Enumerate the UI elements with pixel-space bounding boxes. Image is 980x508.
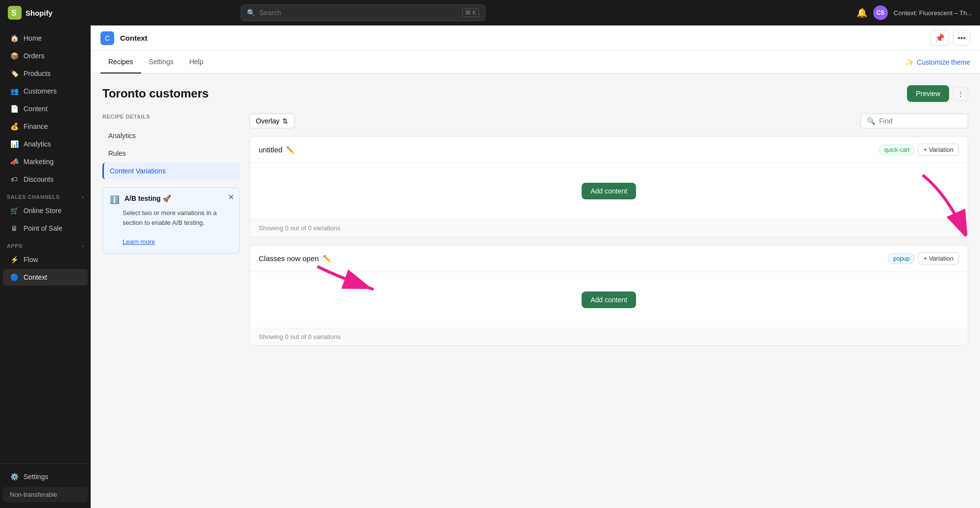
sidebar-item-label: Home xyxy=(24,34,42,42)
tab-help[interactable]: Help xyxy=(181,51,211,73)
more-options-button[interactable]: ⋮ xyxy=(953,87,968,101)
sidebar-item-label: Flow xyxy=(24,256,38,264)
sidebar-item-finance[interactable]: 💰 Finance xyxy=(3,118,88,135)
variation-footer-classes: Showing 0 out of 0 variations xyxy=(250,328,968,345)
page-header-right: Preview ⋮ xyxy=(907,85,968,102)
main-layout: 🏠 Home 📦 Orders 🏷️ Products 👥 Customers … xyxy=(0,25,980,508)
search-shortcut: ⌘ K xyxy=(462,8,479,17)
analytics-icon: 📊 xyxy=(10,140,19,148)
learn-more-link[interactable]: Learn more xyxy=(122,238,155,245)
sidebar-item-products[interactable]: 🏷️ Products xyxy=(3,65,88,82)
add-content-button-classes[interactable]: Add content xyxy=(582,291,636,308)
recipe-controls: Overlay ⇅ 🔍 xyxy=(249,114,968,128)
sidebar-item-customers[interactable]: 👥 Customers xyxy=(3,83,88,99)
recipe-nav-rules[interactable]: Rules xyxy=(102,145,240,162)
sidebar-item-settings[interactable]: ⚙️ Settings xyxy=(3,468,88,485)
customize-theme-button[interactable]: ✨ Customize theme xyxy=(906,58,970,66)
app-icon: C xyxy=(100,31,114,45)
preview-button[interactable]: Preview xyxy=(907,85,949,102)
variation-header-classes: Classes now open ✏️ popup + Variation xyxy=(250,245,968,272)
store-icon: 🛒 xyxy=(10,206,19,215)
sidebar-item-label: Customers xyxy=(24,87,57,95)
sidebar-item-content[interactable]: 📄 Content xyxy=(3,100,88,117)
main-content: C Context 📌 ••• Recipes Settings Help ✨ … xyxy=(91,25,980,508)
topbar-right: 🔔 CS Context: Fluorescent – Th... xyxy=(857,5,972,20)
chevron-icon: › xyxy=(82,243,84,249)
flow-icon: ⚡ xyxy=(10,255,19,264)
variation-header-untitled: untitled ✏️ quick-cart + Variation xyxy=(250,137,968,163)
overlay-select[interactable]: Overlay ⇅ xyxy=(249,114,294,128)
avatar[interactable]: CS xyxy=(873,5,888,20)
sidebar-item-marketing[interactable]: 📣 Marketing xyxy=(3,153,88,170)
ab-testing-card: ✕ ℹ️ A/B testing 🚀 Select two or more va… xyxy=(102,187,240,254)
nav-tabs: Recipes Settings Help ✨ Customize theme xyxy=(91,51,980,73)
marketing-icon: 📣 xyxy=(10,157,19,166)
discounts-icon: 🏷 xyxy=(10,175,19,184)
variation-title-classes: Classes now open ✏️ xyxy=(259,254,331,263)
variation-body-untitled: Add content xyxy=(250,163,968,219)
tag-popup: popup xyxy=(888,253,915,264)
sidebar-item-point-of-sale[interactable]: 🖥 Point of Sale xyxy=(3,220,88,237)
tab-settings[interactable]: Settings xyxy=(141,51,182,73)
sidebar-item-analytics[interactable]: 📊 Analytics xyxy=(3,136,88,152)
sidebar-item-label: Orders xyxy=(24,52,45,60)
sidebar-item-discounts[interactable]: 🏷 Discounts xyxy=(3,171,88,188)
sidebar-item-label: Products xyxy=(24,70,50,77)
shopify-logo[interactable]: S shopify xyxy=(8,6,52,20)
info-icon: ℹ️ xyxy=(110,195,120,204)
sidebar: 🏠 Home 📦 Orders 🏷️ Products 👥 Customers … xyxy=(0,25,91,508)
find-input-container: 🔍 xyxy=(860,114,968,128)
notification-bell-icon[interactable]: 🔔 xyxy=(857,7,867,18)
page-title: Toronto customers xyxy=(102,87,209,100)
sidebar-item-orders[interactable]: 📦 Orders xyxy=(3,48,88,64)
sidebar-item-label: Context xyxy=(24,273,47,281)
topbar: S shopify 🔍 ⌘ K 🔔 CS Context: Fluorescen… xyxy=(0,0,980,25)
settings-icon: ⚙️ xyxy=(10,472,19,481)
pin-button[interactable]: 📌 xyxy=(931,30,949,46)
app-header-actions: 📌 ••• xyxy=(931,30,970,46)
content-icon: 📄 xyxy=(10,104,19,113)
customers-icon: 👥 xyxy=(10,87,19,96)
app-title: Context xyxy=(120,34,147,42)
orders-icon: 📦 xyxy=(10,51,19,60)
user-label: Context: Fluorescent – Th... xyxy=(894,9,972,17)
chevron-icon: › xyxy=(82,194,84,200)
sidebar-item-home[interactable]: 🏠 Home xyxy=(3,30,88,47)
find-search-icon: 🔍 xyxy=(867,117,875,125)
sidebar-item-context[interactable]: 🔵 Context xyxy=(3,269,88,286)
sidebar-item-label: Content xyxy=(24,105,48,113)
add-variation-button-untitled[interactable]: + Variation xyxy=(918,144,959,156)
edit-icon-untitled[interactable]: ✏️ xyxy=(286,146,294,154)
recipe-nav-analytics[interactable]: Analytics xyxy=(102,127,240,144)
edit-icon-classes[interactable]: ✏️ xyxy=(323,255,331,263)
add-content-button-untitled[interactable]: Add content xyxy=(582,183,636,199)
recipe-layout: RECIPE DETAILS Analytics Rules Content V… xyxy=(102,114,968,354)
ab-card-close-button[interactable]: ✕ xyxy=(228,193,234,202)
sidebar-item-label: Finance xyxy=(24,122,48,130)
search-bar[interactable]: 🔍 ⌘ K xyxy=(241,4,486,21)
ab-card-header: ℹ️ A/B testing 🚀 xyxy=(110,194,232,204)
sidebar-item-label: Analytics xyxy=(24,140,51,148)
pos-icon: 🖥 xyxy=(10,224,19,233)
recipe-main: Overlay ⇅ 🔍 untitled ✏️ xyxy=(249,114,968,354)
variation-footer-untitled: Showing 0 out of 0 variations xyxy=(250,219,968,237)
sidebar-item-online-store[interactable]: 🛒 Online Store xyxy=(3,202,88,219)
find-input[interactable] xyxy=(879,117,962,125)
sidebar-item-flow[interactable]: ⚡ Flow xyxy=(3,251,88,268)
nav-tab-actions: ✨ Customize theme xyxy=(906,58,970,66)
variation-tags-classes: popup + Variation xyxy=(888,252,959,265)
overlay-label: Overlay xyxy=(256,117,279,125)
tab-recipes[interactable]: Recipes xyxy=(100,51,141,73)
tag-quick-cart: quick-cart xyxy=(879,145,915,155)
sidebar-item-label: Marketing xyxy=(24,158,53,166)
search-input[interactable] xyxy=(259,9,458,17)
recipe-nav-content-variations[interactable]: Content Variations xyxy=(102,163,240,179)
wand-icon: ✨ xyxy=(906,58,914,66)
add-variation-button-classes[interactable]: + Variation xyxy=(918,252,959,265)
variation-card-untitled: untitled ✏️ quick-cart + Variation Add c… xyxy=(249,136,968,237)
context-icon: 🔵 xyxy=(10,273,19,282)
page-header: Toronto customers Preview ⋮ xyxy=(102,85,968,102)
app-header: C Context 📌 ••• xyxy=(91,25,980,51)
recipe-details-label: RECIPE DETAILS xyxy=(102,114,240,120)
more-button[interactable]: ••• xyxy=(953,30,970,46)
